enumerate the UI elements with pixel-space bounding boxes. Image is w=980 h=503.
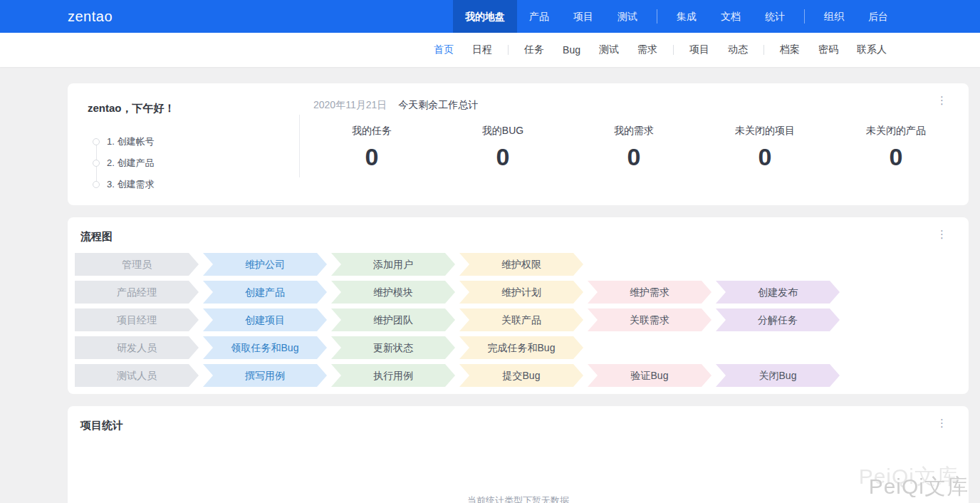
step-label: 3. 创建需求 — [107, 178, 154, 191]
sub-menu: 首页日程任务Bug测试需求项目动态档案密码联系人 — [0, 33, 980, 67]
current-date: 2020年11月21日 — [313, 99, 387, 110]
flow-step[interactable]: 维护团队 — [331, 308, 455, 331]
flow-row: 研发人员领取任务和Bug更新状态完成任务和Bug — [75, 336, 961, 359]
stat-value[interactable]: 0 — [306, 143, 437, 171]
kebab-menu-icon[interactable]: ⋮ — [932, 92, 952, 109]
sub-menu-item[interactable]: 测试 — [590, 43, 628, 56]
sub-menu-divider — [508, 45, 509, 55]
stat-value[interactable]: 0 — [568, 143, 699, 171]
remaining-work-label: 今天剩余工作总计 — [398, 99, 478, 110]
onboarding-step[interactable]: 3. 创建需求 — [93, 174, 299, 195]
kebab-menu-icon[interactable]: ⋮ — [932, 415, 952, 432]
sub-menu-item[interactable]: 项目 — [680, 43, 719, 56]
stat-label: 未关闭的产品 — [830, 125, 961, 138]
main-menu-item[interactable]: 文档 — [709, 0, 753, 33]
flow-row: 项目经理创建项目维护团队关联产品关联需求分解任务 — [75, 308, 961, 331]
main-menu-item[interactable]: 项目 — [561, 0, 605, 33]
flow-step[interactable]: 创建项目 — [203, 308, 327, 331]
welcome-card: zentao，下午好！ 1. 创建帐号2. 创建产品3. 创建需求 2020年1… — [68, 83, 969, 205]
app-logo[interactable]: zentao — [68, 0, 113, 33]
flow-step[interactable]: 维护需求 — [588, 281, 711, 304]
top-navbar: zentao 我的地盘产品项目测试集成文档统计组织后台 — [0, 0, 980, 33]
stat-label: 未关闭的项目 — [699, 125, 830, 138]
onboarding-step[interactable]: 2. 创建产品 — [93, 152, 299, 174]
main-menu-item[interactable]: 我的地盘 — [453, 0, 517, 33]
flow-step[interactable]: 管理员 — [75, 253, 199, 276]
stat-block: 我的BUG0 — [437, 125, 568, 171]
flow-step[interactable]: 撰写用例 — [203, 364, 327, 387]
stat-block: 未关闭的项目0 — [699, 125, 830, 171]
sub-menu-item[interactable]: 密码 — [809, 43, 848, 56]
empty-data-message: 当前统计类型下暂无数据 — [68, 494, 969, 503]
welcome-right-panel: 2020年11月21日 今天剩余工作总计 我的任务0我的BUG0我的需求0未关闭… — [299, 83, 969, 205]
sub-menu-item[interactable]: 档案 — [771, 43, 809, 56]
flow-step[interactable]: 执行用例 — [331, 364, 455, 387]
flow-step[interactable]: 维护公司 — [203, 253, 327, 276]
flow-step[interactable]: 维护计划 — [459, 281, 583, 304]
stat-label: 我的需求 — [568, 125, 699, 138]
flow-row: 产品经理创建产品维护模块维护计划维护需求创建发布 — [75, 281, 961, 304]
flowchart-rows: 管理员维护公司添加用户维护权限产品经理创建产品维护模块维护计划维护需求创建发布项… — [75, 253, 961, 387]
flow-step[interactable]: 关联产品 — [459, 308, 583, 331]
flow-row: 管理员维护公司添加用户维护权限 — [75, 253, 961, 276]
sub-menu-item[interactable]: 日程 — [463, 43, 501, 56]
sub-menu-item[interactable]: 首页 — [424, 43, 463, 56]
step-label: 2. 创建产品 — [107, 157, 154, 170]
main-menu-item[interactable]: 集成 — [664, 0, 709, 33]
vertical-divider — [299, 115, 300, 177]
sub-menu-item[interactable]: 联系人 — [848, 43, 896, 56]
main-menu-divider — [804, 9, 805, 24]
stat-block: 我的需求0 — [568, 125, 699, 171]
main-menu-item[interactable]: 产品 — [517, 0, 561, 33]
sub-menu-item[interactable]: 需求 — [628, 43, 667, 56]
flow-step[interactable]: 分解任务 — [716, 308, 840, 331]
stat-block: 未关闭的产品0 — [830, 125, 961, 171]
flow-step[interactable]: 研发人员 — [75, 336, 199, 359]
flow-step[interactable]: 测试人员 — [75, 364, 199, 387]
onboarding-step[interactable]: 1. 创建帐号 — [93, 131, 299, 152]
project-stats-title: 项目统计 — [80, 419, 961, 432]
step-circle-icon — [93, 160, 100, 167]
flow-step[interactable]: 提交Bug — [459, 364, 583, 387]
sub-menu-item[interactable]: 任务 — [515, 43, 553, 56]
flow-step[interactable]: 维护权限 — [459, 253, 583, 276]
step-circle-icon — [93, 138, 100, 145]
stats-row: 我的任务0我的BUG0我的需求0未关闭的项目0未关闭的产品0 — [306, 125, 961, 171]
sub-menu-item[interactable]: 动态 — [719, 43, 757, 56]
flow-step[interactable]: 创建发布 — [716, 281, 840, 304]
main-menu-item[interactable]: 测试 — [605, 0, 650, 33]
sub-menu-divider — [673, 45, 674, 55]
flow-step[interactable]: 创建产品 — [203, 281, 327, 304]
flow-step[interactable]: 更新状态 — [331, 336, 455, 359]
stat-value[interactable]: 0 — [437, 143, 568, 171]
flow-step[interactable]: 添加用户 — [331, 253, 455, 276]
step-circle-icon — [93, 181, 100, 188]
flow-step[interactable]: 验证Bug — [588, 364, 711, 387]
main-menu-item[interactable]: 组织 — [812, 0, 856, 33]
flow-step[interactable]: 完成任务和Bug — [459, 336, 583, 359]
main-menu-divider — [657, 9, 657, 24]
flow-step[interactable]: 项目经理 — [75, 308, 199, 331]
sub-menu-item[interactable]: Bug — [553, 44, 590, 56]
flow-step[interactable]: 维护模块 — [331, 281, 455, 304]
main-menu-item[interactable]: 统计 — [753, 0, 797, 33]
main-menu-item[interactable]: 后台 — [856, 0, 900, 33]
flow-step[interactable]: 产品经理 — [75, 281, 199, 304]
sub-menu-divider — [763, 45, 764, 55]
stat-label: 我的BUG — [437, 125, 568, 138]
onboarding-steps: 1. 创建帐号2. 创建产品3. 创建需求 — [93, 131, 299, 195]
flow-step[interactable]: 领取任务和Bug — [203, 336, 327, 359]
flow-step[interactable]: 关联需求 — [588, 308, 711, 331]
stat-value[interactable]: 0 — [699, 143, 830, 171]
greeting-text: zentao，下午好！ — [88, 102, 299, 115]
stat-label: 我的任务 — [306, 125, 437, 138]
flow-step[interactable]: 关闭Bug — [716, 364, 840, 387]
welcome-left-panel: zentao，下午好！ 1. 创建帐号2. 创建产品3. 创建需求 — [68, 83, 299, 205]
main-menu: 我的地盘产品项目测试集成文档统计组织后台 — [453, 0, 900, 33]
kebab-menu-icon[interactable]: ⋮ — [932, 226, 952, 243]
step-label: 1. 创建帐号 — [107, 135, 154, 148]
stat-block: 我的任务0 — [306, 125, 437, 171]
flow-row: 测试人员撰写用例执行用例提交Bug验证Bug关闭Bug — [75, 364, 961, 387]
stat-value[interactable]: 0 — [830, 143, 961, 171]
project-stats-card: 项目统计 当前统计类型下暂无数据 ⋮ — [68, 406, 969, 503]
